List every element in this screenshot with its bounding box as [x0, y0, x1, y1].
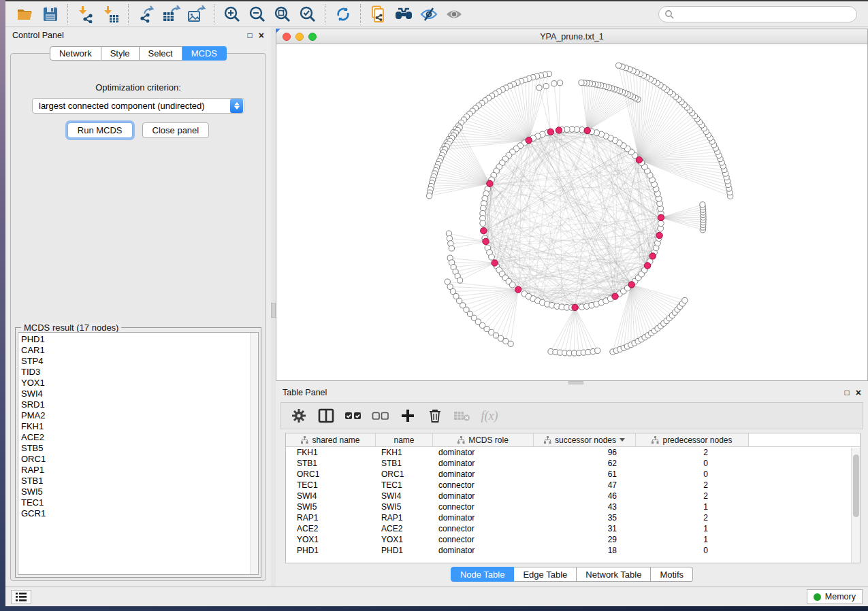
tab-edge-table[interactable]: Edge Table: [514, 567, 577, 582]
tab-network-table[interactable]: Network Table: [577, 567, 651, 582]
binoculars-icon[interactable]: [391, 3, 416, 26]
tab-node-table[interactable]: Node Table: [451, 567, 515, 582]
mcds-result-item[interactable]: SWI5: [21, 486, 258, 497]
criterion-dropdown[interactable]: largest connected component (undirected): [32, 98, 244, 114]
main-toolbar: [5, 0, 868, 27]
column-header-successor-nodes[interactable]: successor nodes: [534, 433, 636, 446]
mcds-result-item[interactable]: CAR1: [21, 345, 258, 356]
add-icon[interactable]: [396, 405, 420, 427]
control-panel-tabs: NetworkStyleSelectMCDS: [5, 46, 271, 61]
delete-icon[interactable]: [423, 405, 447, 427]
node-table[interactable]: shared namenameMCDS rolesuccessor nodesp…: [285, 433, 861, 563]
control-panel-title: Control Panel: [12, 31, 242, 40]
table-row[interactable]: RAP1RAP1dominator352: [286, 512, 860, 523]
table-row[interactable]: SWI5SWI5connector431: [286, 501, 860, 512]
search-field[interactable]: [658, 6, 857, 22]
export-table-icon[interactable]: [159, 3, 184, 26]
deselect-all-icon[interactable]: [368, 405, 393, 427]
float-panel-icon[interactable]: □: [248, 31, 253, 39]
export-image-icon[interactable]: [184, 3, 209, 26]
table-row[interactable]: STB1STB1dominator620: [286, 458, 860, 469]
table-row[interactable]: TEC1TEC1connector472: [286, 480, 860, 491]
column-header-name[interactable]: name: [376, 433, 433, 446]
shared-column-icon: [457, 436, 465, 444]
hide-graphics-icon[interactable]: [416, 3, 441, 26]
memory-button[interactable]: Memory: [807, 589, 863, 604]
share-document-icon[interactable]: [366, 3, 391, 26]
zoom-out-icon[interactable]: [244, 3, 270, 26]
table-panel: Table Panel □ ×: [276, 384, 868, 587]
mcds-result-item[interactable]: PMA2: [21, 410, 258, 421]
table-cell: 1: [636, 523, 749, 534]
mcds-result-item[interactable]: SRD1: [21, 399, 258, 410]
table-cell: connector: [433, 534, 534, 545]
search-input[interactable]: [674, 10, 851, 19]
zoom-in-icon[interactable]: [219, 3, 244, 26]
tab-mcds[interactable]: MCDS: [182, 46, 227, 61]
column-header-predecessor-nodes[interactable]: predecessor nodes: [636, 433, 749, 446]
table-cell: STB1: [286, 458, 376, 469]
mcds-result-item[interactable]: YOX1: [21, 378, 258, 389]
table-row[interactable]: FKH1FKH1dominator962: [286, 447, 860, 458]
refresh-icon[interactable]: [330, 3, 355, 26]
tab-network[interactable]: Network: [50, 46, 101, 61]
export-network-icon[interactable]: [133, 3, 159, 26]
table-row[interactable]: SWI4SWI4dominator462: [286, 491, 860, 501]
delete-table-icon: [450, 405, 475, 427]
show-columns-icon[interactable]: [314, 405, 338, 427]
mcds-result-item[interactable]: STB5: [21, 443, 258, 454]
mcds-result-group: MCDS result (17 nodes) PHD1CAR1STP4TID3Y…: [15, 327, 261, 578]
mcds-result-item[interactable]: TID3: [21, 367, 258, 378]
mcds-result-item[interactable]: STP4: [21, 356, 258, 367]
table-row[interactable]: ORC1ORC1dominator610: [286, 469, 860, 480]
mcds-result-item[interactable]: FKH1: [21, 421, 258, 432]
run-mcds-button[interactable]: Run MCDS: [67, 122, 133, 138]
vertical-splitter[interactable]: [271, 27, 276, 587]
close-panel-button[interactable]: Close panel: [142, 122, 210, 138]
mcds-result-item[interactable]: ORC1: [21, 454, 258, 465]
mcds-result-item[interactable]: PHD1: [21, 334, 258, 345]
task-history-icon[interactable]: [11, 590, 31, 604]
select-all-icon[interactable]: [341, 405, 366, 427]
table-panel-title: Table Panel: [283, 388, 839, 397]
zoom-fit-icon[interactable]: [270, 3, 295, 26]
scrollbar-thumb[interactable]: [853, 455, 859, 517]
table-cell: 35: [534, 512, 636, 523]
mcds-result-list[interactable]: PHD1CAR1STP4TID3YOX1SWI4SRD1PMA2FKH1ACE2…: [18, 332, 259, 575]
table-cell: 18: [534, 545, 636, 556]
import-table-icon[interactable]: [98, 3, 123, 26]
memory-label: Memory: [825, 592, 856, 601]
mcds-result-item[interactable]: STB1: [21, 476, 258, 486]
mcds-list-scrollbar[interactable]: [250, 333, 258, 574]
float-panel-icon[interactable]: □: [845, 389, 850, 397]
preview-eye-icon[interactable]: [441, 3, 466, 26]
table-scrollbar[interactable]: [851, 448, 860, 563]
table-row[interactable]: ACE2ACE2connector311: [286, 523, 860, 534]
zoom-selected-icon[interactable]: [295, 3, 320, 26]
mcds-result-item[interactable]: TEC1: [21, 497, 258, 508]
tab-motifs[interactable]: Motifs: [651, 567, 693, 582]
mcds-result-item[interactable]: ACE2: [21, 432, 258, 443]
mcds-result-item[interactable]: RAP1: [21, 465, 258, 476]
criterion-value: largest connected component (undirected): [33, 101, 230, 111]
table-row[interactable]: PHD1PHD1dominator180: [286, 545, 860, 556]
column-header-MCDS-role[interactable]: MCDS role: [433, 433, 534, 446]
close-panel-icon[interactable]: ×: [856, 388, 861, 397]
table-row[interactable]: YOX1YOX1connector291: [286, 534, 860, 545]
splitter-grip[interactable]: [271, 303, 276, 318]
mcds-result-title: MCDS result (17 nodes): [21, 323, 121, 333]
shared-column-icon: [652, 436, 659, 444]
mcds-result-item[interactable]: GCR1: [21, 508, 258, 519]
gear-icon[interactable]: [287, 405, 311, 427]
import-network-icon[interactable]: [73, 3, 98, 26]
tab-select[interactable]: Select: [140, 46, 182, 61]
open-file-icon[interactable]: [12, 3, 37, 26]
column-header-shared-name[interactable]: shared name: [286, 433, 376, 446]
tab-style[interactable]: Style: [101, 46, 140, 61]
network-canvas[interactable]: [276, 44, 867, 380]
sort-desc-icon: [620, 438, 625, 442]
close-panel-icon[interactable]: ×: [259, 31, 264, 40]
mcds-result-item[interactable]: SWI4: [21, 389, 258, 399]
table-cell: dominator: [433, 469, 534, 480]
save-session-icon[interactable]: [37, 3, 63, 26]
